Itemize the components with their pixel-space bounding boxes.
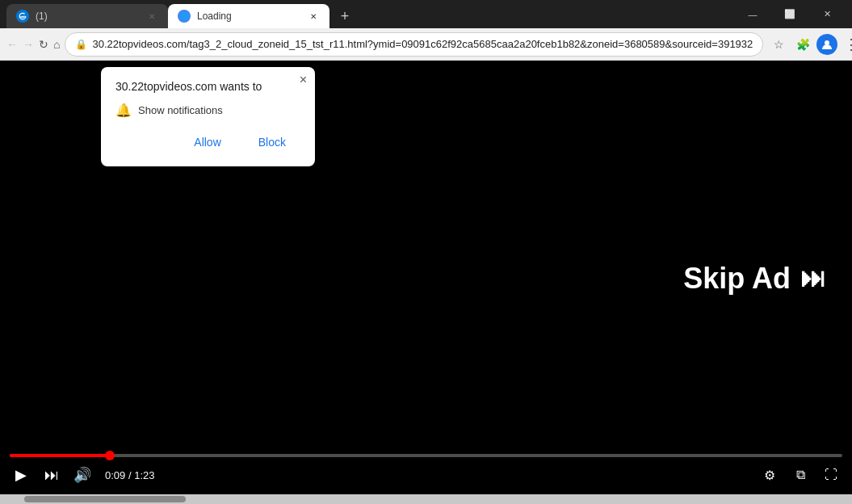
block-button[interactable]: Block: [244, 131, 300, 153]
allow-button[interactable]: Allow: [179, 131, 235, 153]
minimize-button[interactable]: —: [734, 0, 771, 28]
progress-dot: [105, 451, 115, 460]
url-bar[interactable]: 🔒 30.22topvideos.com/tag3_2_cloud_zoneid…: [65, 32, 763, 57]
notification-title: 30.22topvideos.com wants to: [115, 80, 300, 93]
tab-bar: (1) ✕ 🌐 Loading ✕ +: [6, 0, 728, 28]
progress-bar[interactable]: [10, 454, 842, 457]
settings-button[interactable]: ⚙: [758, 464, 781, 486]
total-time: 1:23: [134, 469, 154, 481]
time-display: 0:09 / 1:23: [105, 469, 154, 481]
browser-frame: (1) ✕ 🌐 Loading ✕ + — ⬜ ✕ ← → ↻ ⌂ 🔒: [0, 0, 852, 504]
address-bar: ← → ↻ ⌂ 🔒 30.22topvideos.com/tag3_2_clou…: [0, 28, 852, 61]
tab-2[interactable]: 🌐 Loading ✕: [168, 4, 329, 28]
window-controls: — ⬜ ✕: [734, 0, 846, 28]
title-bar: (1) ✕ 🌐 Loading ✕ + — ⬜ ✕: [0, 0, 852, 28]
tab-1-close[interactable]: ✕: [145, 10, 158, 23]
tab-2-close[interactable]: ✕: [307, 10, 320, 23]
maximize-button[interactable]: ⬜: [771, 0, 808, 28]
tab-2-title: Loading: [197, 10, 302, 22]
controls-row: ▶ ⏭ 🔊 0:09 / 1:23 ⚙ ⧉ ⛶: [10, 464, 842, 486]
notification-close-button[interactable]: ×: [300, 74, 307, 86]
tab-2-favicon: 🌐: [178, 10, 191, 23]
volume-button[interactable]: 🔊: [71, 464, 94, 486]
home-button[interactable]: ⌂: [53, 33, 60, 56]
extensions-button[interactable]: 🧩: [792, 34, 813, 55]
skip-ad-button[interactable]: Skip Ad ⏭: [657, 246, 852, 312]
tab-1-favicon: [16, 10, 29, 23]
notification-permission-text: Show notifications: [138, 104, 223, 116]
skip-ad-label: Skip Ad: [683, 262, 791, 296]
tab-1-title: (1): [36, 10, 141, 22]
back-button[interactable]: ←: [6, 33, 18, 56]
notification-buttons: Allow Block: [115, 131, 300, 153]
scrollbar-area: [0, 494, 852, 504]
lock-icon: 🔒: [75, 39, 87, 50]
progress-fill: [10, 454, 110, 457]
notification-permission-row: 🔔 Show notifications: [115, 103, 300, 118]
video-area: × 30.22topvideos.com wants to 🔔 Show not…: [0, 61, 852, 494]
profile-button[interactable]: [816, 34, 837, 55]
miniplayer-button[interactable]: ⧉: [789, 464, 812, 486]
reload-button[interactable]: ↻: [39, 33, 48, 56]
url-text: 30.22topvideos.com/tag3_2_cloud_zoneid_1…: [92, 38, 753, 50]
url-actions: ☆ 🧩 ⋮: [768, 34, 852, 55]
menu-button[interactable]: ⋮: [841, 34, 852, 55]
fullscreen-button[interactable]: ⛶: [820, 464, 842, 486]
notification-popup: × 30.22topvideos.com wants to 🔔 Show not…: [101, 67, 315, 166]
forward-button[interactable]: →: [23, 33, 34, 56]
new-tab-button[interactable]: +: [333, 4, 357, 28]
scroll-thumb[interactable]: [24, 496, 186, 502]
skip-ad-icon: ⏭: [800, 263, 826, 293]
current-time: 0:09: [105, 469, 125, 481]
bell-icon: 🔔: [115, 103, 132, 118]
bookmark-button[interactable]: ☆: [768, 34, 789, 55]
play-button[interactable]: ▶: [10, 464, 32, 486]
tab-1[interactable]: (1) ✕: [6, 4, 168, 28]
video-controls: ▶ ⏭ 🔊 0:09 / 1:23 ⚙ ⧉ ⛶: [0, 447, 852, 494]
close-button[interactable]: ✕: [808, 0, 846, 28]
skip-button[interactable]: ⏭: [40, 464, 63, 486]
